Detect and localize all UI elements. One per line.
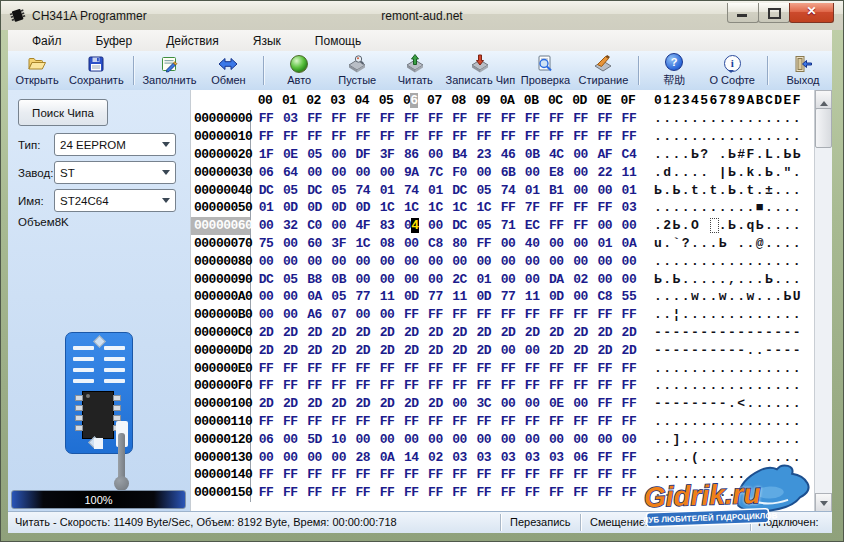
hex-byte[interactable]: FF bbox=[544, 467, 568, 482]
hex-byte[interactable]: FF bbox=[496, 378, 520, 393]
menu-file[interactable]: Файл bbox=[22, 32, 72, 50]
hex-byte[interactable]: 00 bbox=[520, 165, 544, 180]
hex-byte[interactable]: 2D bbox=[302, 325, 326, 340]
hex-byte[interactable]: FF bbox=[568, 307, 592, 322]
hex-byte[interactable]: FF bbox=[520, 485, 544, 500]
hex-ascii[interactable]: ................ bbox=[654, 111, 802, 126]
hex-byte[interactable]: FF bbox=[399, 467, 423, 482]
hex-byte[interactable]: 00 bbox=[520, 343, 544, 358]
hex-byte[interactable]: 01 bbox=[617, 183, 641, 198]
hex-byte[interactable]: FF bbox=[593, 111, 617, 126]
hex-byte[interactable]: 2D bbox=[520, 325, 544, 340]
hex-byte[interactable]: 2D bbox=[375, 325, 399, 340]
hex-byte[interactable]: FF bbox=[399, 361, 423, 376]
hex-byte[interactable]: FF bbox=[375, 414, 399, 429]
hex-byte[interactable]: 0D bbox=[302, 200, 326, 215]
hex-byte[interactable]: FF bbox=[327, 111, 351, 126]
hex-byte[interactable]: 00 bbox=[568, 289, 592, 304]
hex-byte[interactable]: 03 bbox=[278, 111, 302, 126]
hex-byte[interactable]: 2D bbox=[254, 325, 278, 340]
hex-byte[interactable]: 2D bbox=[278, 396, 302, 411]
hex-byte[interactable]: FF bbox=[423, 361, 447, 376]
hex-byte[interactable]: 0A bbox=[302, 289, 326, 304]
hex-byte[interactable]: FF bbox=[302, 111, 326, 126]
hex-byte[interactable]: 03 bbox=[448, 450, 472, 465]
hex-byte[interactable]: 11 bbox=[375, 289, 399, 304]
hex-byte[interactable]: DC bbox=[448, 183, 472, 198]
hex-byte[interactable]: FF bbox=[472, 111, 496, 126]
hex-byte[interactable]: 2D bbox=[375, 343, 399, 358]
hex-byte[interactable]: FF bbox=[617, 485, 641, 500]
vertical-scrollbar[interactable] bbox=[814, 90, 832, 512]
hex-byte[interactable]: 07 bbox=[327, 307, 351, 322]
hex-byte[interactable]: FF bbox=[544, 361, 568, 376]
hex-byte[interactable]: 00 bbox=[448, 396, 472, 411]
hex-byte[interactable]: 11 bbox=[520, 289, 544, 304]
hex-byte[interactable]: 74 bbox=[399, 183, 423, 198]
hex-byte[interactable]: FF bbox=[568, 467, 592, 482]
hex-byte[interactable]: FF bbox=[593, 467, 617, 482]
hex-byte[interactable]: 0A bbox=[617, 236, 641, 251]
hex-byte[interactable]: 4F bbox=[351, 218, 375, 233]
hex-byte[interactable]: FF bbox=[278, 414, 302, 429]
hex-byte[interactable]: 2D bbox=[448, 343, 472, 358]
verify-button[interactable]: Проверка bbox=[516, 51, 574, 90]
hex-byte[interactable]: FF bbox=[423, 467, 447, 482]
hex-byte[interactable]: FF bbox=[472, 467, 496, 482]
hex-byte[interactable]: 03 bbox=[520, 450, 544, 465]
hex-byte[interactable]: FF bbox=[399, 129, 423, 144]
hex-byte[interactable]: FF bbox=[472, 485, 496, 500]
hex-byte[interactable]: FF bbox=[375, 361, 399, 376]
hex-byte[interactable]: 0B bbox=[327, 272, 351, 287]
exit-button[interactable]: Выход bbox=[774, 51, 832, 90]
hex-ascii[interactable]: ---------------- bbox=[654, 325, 802, 340]
hex-byte[interactable]: 0D bbox=[472, 289, 496, 304]
hex-byte[interactable]: FF bbox=[568, 414, 592, 429]
hex-byte[interactable]: FF bbox=[327, 378, 351, 393]
hex-ascii[interactable]: ...........■.... bbox=[654, 200, 802, 215]
hex-byte[interactable]: 00 bbox=[448, 432, 472, 447]
hex-ascii[interactable]: ....w..w..w...ЬU bbox=[654, 289, 802, 304]
hex-byte[interactable]: FF bbox=[544, 414, 568, 429]
hex-ascii[interactable]: ................ bbox=[654, 414, 802, 429]
hex-byte[interactable]: FF bbox=[254, 361, 278, 376]
hex-byte[interactable]: 00 bbox=[351, 254, 375, 269]
hex-byte[interactable]: 2D bbox=[423, 343, 447, 358]
hex-byte[interactable]: DF bbox=[351, 147, 375, 162]
read-button[interactable]: Читать bbox=[386, 51, 444, 90]
hex-byte[interactable]: 05 bbox=[472, 183, 496, 198]
hex-byte[interactable]: FF bbox=[496, 200, 520, 215]
hex-byte[interactable]: 00 bbox=[399, 432, 423, 447]
hex-byte[interactable]: 03 bbox=[496, 450, 520, 465]
hex-byte[interactable]: FF bbox=[593, 307, 617, 322]
hex-byte[interactable]: 11 bbox=[617, 165, 641, 180]
hex-byte[interactable]: 05 bbox=[327, 183, 351, 198]
hex-byte[interactable]: FF bbox=[544, 378, 568, 393]
hex-byte[interactable]: FF bbox=[617, 378, 641, 393]
hex-byte[interactable]: 64 bbox=[278, 165, 302, 180]
hex-byte[interactable]: FF bbox=[568, 200, 592, 215]
hex-byte[interactable]: 2D bbox=[568, 325, 592, 340]
hex-byte[interactable]: FF bbox=[351, 111, 375, 126]
hex-byte[interactable]: 00 bbox=[568, 236, 592, 251]
hex-byte[interactable]: 0D bbox=[544, 289, 568, 304]
hex-byte[interactable]: 00 bbox=[327, 147, 351, 162]
hex-byte[interactable]: 00 bbox=[617, 218, 641, 233]
hex-byte[interactable]: 00 bbox=[302, 165, 326, 180]
hex-byte[interactable]: FF bbox=[448, 378, 472, 393]
hex-byte[interactable]: FF bbox=[496, 414, 520, 429]
hex-byte[interactable]: 2D bbox=[278, 343, 302, 358]
hex-byte[interactable]: FF bbox=[399, 111, 423, 126]
hex-byte[interactable]: 00 bbox=[399, 236, 423, 251]
hex-byte[interactable]: 2D bbox=[351, 343, 375, 358]
hex-ascii[interactable]: ....(........... bbox=[654, 450, 802, 465]
hex-byte[interactable]: 2D bbox=[327, 396, 351, 411]
hex-byte[interactable]: 1C bbox=[399, 200, 423, 215]
hex-byte[interactable]: 1C bbox=[423, 200, 447, 215]
name-dropdown[interactable]: ST24C64 bbox=[54, 189, 176, 212]
hex-byte[interactable]: 00 bbox=[254, 254, 278, 269]
hex-ascii[interactable]: ....Ь? .Ь#F.L.ЬЬ bbox=[654, 147, 802, 162]
hex-byte[interactable]: 2D bbox=[568, 343, 592, 358]
hex-byte[interactable]: FF bbox=[472, 129, 496, 144]
hex-byte[interactable]: FF bbox=[254, 111, 278, 126]
